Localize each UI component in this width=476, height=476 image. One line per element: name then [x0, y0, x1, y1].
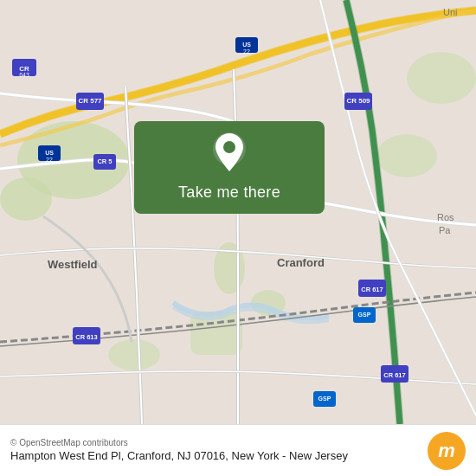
osm-attribution: © OpenStreetMap contributors [10, 438, 428, 447]
take-me-there-button[interactable]: Take me there [134, 121, 325, 214]
svg-text:22: 22 [46, 157, 53, 163]
address-text: Hampton West End Pl, Cranford, NJ 07016,… [10, 449, 428, 464]
svg-text:CR 577: CR 577 [78, 97, 102, 105]
location-pin-icon [210, 130, 248, 178]
svg-text:Uni: Uni [443, 7, 458, 17]
take-me-there-label: Take me there [178, 183, 280, 202]
map-container: CR 643 US 22 US 22 CR 577 CR 509 CR 5 GS… [0, 0, 476, 424]
svg-point-6 [108, 339, 160, 370]
svg-text:CR 617: CR 617 [383, 371, 405, 379]
svg-text:GSP: GSP [358, 312, 371, 318]
bottom-bar: © OpenStreetMap contributors Hampton Wes… [0, 424, 476, 476]
svg-text:643: 643 [19, 72, 29, 78]
svg-text:US: US [45, 150, 54, 156]
svg-text:Cranford: Cranford [277, 256, 325, 269]
svg-text:22: 22 [243, 48, 250, 55]
svg-text:Pa: Pa [439, 225, 451, 235]
svg-text:Ros: Ros [437, 212, 454, 222]
svg-point-40 [223, 141, 235, 153]
svg-text:GSP: GSP [318, 396, 331, 402]
moovit-logo: m [428, 432, 466, 470]
svg-text:CR 617: CR 617 [361, 286, 383, 293]
moovit-letter: m [438, 440, 455, 462]
bottom-text-area: © OpenStreetMap contributors Hampton Wes… [10, 438, 428, 464]
svg-text:Westfield: Westfield [48, 258, 98, 271]
svg-text:CR 509: CR 509 [346, 97, 370, 105]
svg-point-2 [0, 177, 52, 221]
svg-text:US: US [242, 42, 251, 48]
svg-text:CR 5: CR 5 [97, 158, 112, 165]
svg-point-8 [407, 52, 476, 104]
svg-point-7 [376, 134, 437, 177]
moovit-circle: m [428, 432, 466, 470]
svg-text:CR 613: CR 613 [75, 333, 97, 341]
